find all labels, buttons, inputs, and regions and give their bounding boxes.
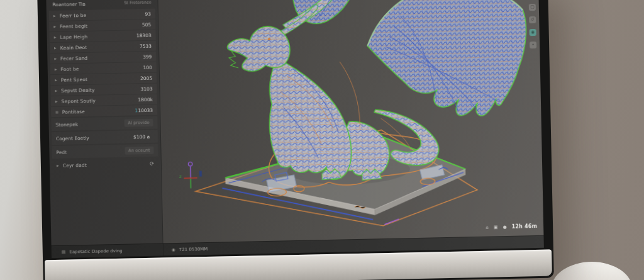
filament-spool-icon: ◉ <box>172 247 175 252</box>
viewport-3d[interactable]: z <box>158 0 543 243</box>
footer-label: Ceyr dadt <box>63 160 150 168</box>
group-value-button[interactable]: Al provide <box>124 119 153 127</box>
setting-value[interactable]: 3103 <box>140 86 152 91</box>
setting-label: Keain Deot <box>60 43 140 51</box>
chevron-right-icon[interactable]: ▶ <box>54 57 57 60</box>
setting-label: Feent begit <box>60 22 142 30</box>
setting-label: Feerr to be <box>60 11 145 18</box>
chevron-right-icon[interactable]: ▶ <box>54 46 57 49</box>
footer-setting-row[interactable]: ▶ Ceyr dadt ⟳ <box>52 158 158 172</box>
frame-tool-icon[interactable]: ▢ <box>529 4 536 11</box>
group-label: Cogent Eoetly <box>56 135 89 141</box>
status-middle: ◉ T21 0530MM <box>164 243 208 255</box>
setting-value[interactable]: 93 <box>145 11 151 16</box>
layers-icon[interactable]: ▣ <box>494 225 498 230</box>
setting-value[interactable]: 18303 <box>136 32 152 38</box>
setting-label: Foot be <box>61 65 143 72</box>
setting-group-row[interactable]: Pedt An oceunt <box>52 144 158 159</box>
filament-usage-text: T21 0530MM <box>179 246 208 252</box>
chevron-right-icon[interactable]: ▶ <box>57 164 59 167</box>
setting-value[interactable]: 505 <box>142 21 152 27</box>
chevron-right-icon[interactable]: ▶ <box>53 25 56 28</box>
refresh-icon[interactable]: ⟳ <box>150 160 154 166</box>
menu-icon[interactable]: ▤ <box>62 249 66 254</box>
status-left-text: Eapetatic Dapede dving <box>69 248 122 254</box>
group-value[interactable]: $100 a <box>130 132 153 141</box>
status-left: ▤ Eapetatic Dapede dving <box>52 247 164 255</box>
dragon-model[interactable] <box>226 0 529 183</box>
group-label: Stonepek <box>55 121 78 128</box>
more-tool-icon[interactable]: • <box>530 42 536 48</box>
chevron-right-icon[interactable]: ▶ <box>55 67 57 70</box>
chevron-right-icon[interactable]: ▶ <box>53 14 56 17</box>
chevron-right-icon[interactable]: ▶ <box>55 78 57 81</box>
grid-icon: ▦ <box>55 110 58 113</box>
setting-label: Sepvtt Deaity <box>61 86 140 94</box>
photo-scene: Aoudig Dassi Roantoner Tia St Freterence… <box>0 0 644 280</box>
axis-gizmo: z <box>179 162 202 188</box>
preference-link[interactable]: St Freterence <box>124 0 151 6</box>
viewport-toolbar: ▢ ↺ ◉ • <box>529 4 536 48</box>
snap-tool-icon[interactable]: ◉ <box>530 29 536 36</box>
monitor: Aoudig Dassi Roantoner Tia St Freterence… <box>37 0 554 280</box>
setting-value[interactable]: 399 <box>143 53 152 59</box>
setting-label: Lape Heigh <box>60 33 136 40</box>
print-time-estimate: 12h 46m <box>512 223 538 230</box>
sidebar-title: Roantoner Tia <box>52 1 85 7</box>
setting-value[interactable]: 7533 <box>140 43 152 48</box>
coffee-cup <box>551 262 633 280</box>
group-label: Pedt <box>56 149 67 155</box>
svg-text:z: z <box>179 174 182 179</box>
setting-value[interactable]: 100 <box>143 64 152 70</box>
setting-group-row[interactable]: Cogent Eoetly $100 a <box>52 130 158 145</box>
setting-value[interactable]: 2005 <box>140 75 152 81</box>
setting-label: Pent Speot <box>61 76 140 83</box>
setting-row[interactable]: ▦ Pontitase 110033 <box>51 105 157 118</box>
home-icon[interactable]: ⌂ <box>486 225 489 230</box>
dot-icon[interactable]: ● <box>502 225 506 230</box>
viewport-canvas[interactable]: z <box>158 0 543 243</box>
setting-group-row[interactable]: Stonepek Al provide <box>51 116 157 132</box>
settings-sidebar: Aoudig Dassi Roantoner Tia St Freterence… <box>46 0 163 245</box>
chevron-right-icon[interactable]: ▶ <box>55 99 58 103</box>
orbit-tool-icon[interactable]: ↺ <box>529 16 536 23</box>
setting-label: Fecer Sand <box>60 54 143 62</box>
setting-label: Pontitase <box>62 108 135 115</box>
slicer-app-window: Aoudig Dassi Roantoner Tia St Freterence… <box>46 0 544 258</box>
setting-value[interactable]: 1800k <box>138 96 153 102</box>
setting-value[interactable]: 110033 <box>135 107 153 113</box>
setting-label: Sepont Soutly <box>62 97 138 104</box>
value-digits: 10033 <box>138 107 153 113</box>
chevron-right-icon[interactable]: ▶ <box>55 89 57 92</box>
print-estimate-cluster: ⌂ ▣ ● 12h 46m <box>486 223 537 230</box>
chevron-right-icon[interactable]: ▶ <box>54 35 57 38</box>
group-value-button[interactable]: An oceunt <box>125 147 154 155</box>
